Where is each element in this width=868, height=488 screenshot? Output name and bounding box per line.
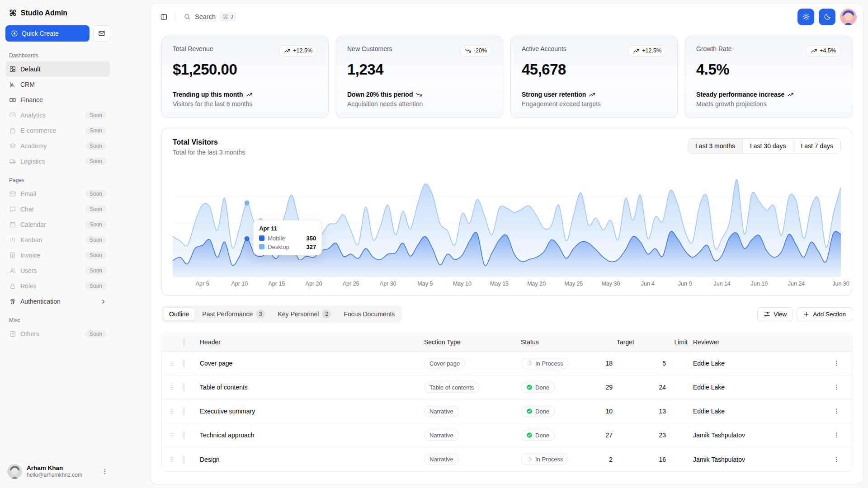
row-menu-button[interactable] — [830, 405, 843, 418]
stat-label: Active Accounts — [522, 45, 566, 52]
mail-icon — [9, 190, 16, 197]
reviewer-name[interactable]: Jamik Tashpulatov — [691, 456, 828, 463]
sidebar-item-calendar[interactable]: CalendarSoon — [5, 217, 110, 232]
app-logo[interactable]: ⌘ Studio Admin — [5, 5, 110, 19]
sidebar-item-analytics[interactable]: AnalyticsSoon — [5, 108, 110, 123]
drag-handle[interactable] — [162, 384, 182, 391]
row-menu-button[interactable] — [830, 381, 843, 394]
tab-focus-documents[interactable]: Focus Documents — [338, 308, 401, 320]
sidebar-item-logistics[interactable]: LogisticsSoon — [5, 154, 110, 169]
limit-value[interactable]: 23 — [638, 432, 691, 439]
trend-up-icon — [246, 91, 253, 98]
view-button[interactable]: View — [757, 307, 793, 321]
tab-label: Outline — [169, 310, 189, 318]
drag-handle[interactable] — [162, 360, 182, 367]
sidebar-item-kanban[interactable]: KanbanSoon — [5, 232, 110, 248]
sidebar-item-academy[interactable]: AcademySoon — [5, 138, 110, 154]
sidebar-toggle-button[interactable] — [157, 10, 170, 23]
tab-past-performance[interactable]: Past Performance3 — [196, 307, 271, 321]
sidebar-user[interactable]: Arham Khan hello@arhamkhnz.com — [5, 461, 110, 482]
profile-avatar[interactable] — [840, 9, 857, 25]
sidebar-item-default[interactable]: Default — [5, 61, 110, 77]
sidebar-item-email[interactable]: EmailSoon — [5, 186, 110, 202]
user-email: hello@arhamkhnz.com — [27, 472, 97, 479]
topbar-divider — [175, 13, 175, 21]
settings-button[interactable] — [797, 9, 814, 25]
limit-value[interactable]: 24 — [638, 384, 691, 391]
sidebar-item-e-commerce[interactable]: E-commerceSoon — [5, 123, 110, 138]
row-header[interactable]: Table of contents — [198, 384, 422, 391]
section-type-badge: Narrative — [424, 406, 459, 417]
sidebar-item-finance[interactable]: Finance — [5, 92, 110, 108]
row-header[interactable]: Design — [198, 456, 422, 463]
sidebar-item-chat[interactable]: ChatSoon — [5, 202, 110, 217]
target-value[interactable]: 10 — [596, 408, 638, 415]
quick-create-button[interactable]: Quick Create — [5, 25, 90, 42]
row-menu-button[interactable] — [830, 357, 843, 370]
reviewer-name[interactable]: Jamik Tashpulatov — [691, 432, 828, 439]
row-header[interactable]: Executive summary — [198, 408, 422, 415]
check-circle-icon — [526, 408, 533, 414]
reviewer-name[interactable]: Eddie Lake — [691, 384, 828, 391]
row-header[interactable]: Cover page — [198, 360, 422, 367]
area-chart[interactable]: Apr 11 Mobile 350 Desktop 327 — [173, 169, 841, 277]
stat-value: 1,234 — [347, 61, 492, 78]
target-value[interactable]: 29 — [596, 384, 638, 391]
inbox-button[interactable] — [93, 25, 110, 42]
drag-handle[interactable] — [162, 432, 182, 439]
sidebar-item-others[interactable]: OthersSoon — [5, 326, 110, 342]
sidebar-item-label: Analytics — [20, 112, 46, 119]
soon-badge: Soon — [85, 111, 107, 119]
row-menu-button[interactable] — [830, 429, 843, 441]
range-last-7-days[interactable]: Last 7 days — [793, 139, 840, 153]
sidebar-item-invoice[interactable]: InvoiceSoon — [5, 248, 110, 263]
sidebar-item-label: Users — [20, 267, 37, 274]
reviewer-name[interactable]: Eddie Lake — [691, 408, 828, 415]
stat-card-new-customers: New Customers -20% 1,234 Down 20% this p… — [336, 36, 503, 118]
x-tick-label: Jun 14 — [713, 281, 731, 287]
select-all-checkbox[interactable] — [184, 338, 184, 346]
series-swatch — [259, 235, 264, 241]
limit-value[interactable]: 5 — [638, 360, 691, 367]
row-checkbox[interactable] — [184, 431, 184, 439]
sidebar-item-crm[interactable]: CRM — [5, 77, 110, 92]
reviewer-name[interactable]: Eddie Lake — [691, 360, 828, 367]
sidebar-item-roles[interactable]: RolesSoon — [5, 278, 110, 294]
target-value[interactable]: 27 — [596, 432, 638, 439]
user-menu-icon[interactable] — [101, 468, 108, 475]
add-section-button[interactable]: Add Section — [797, 307, 852, 321]
limit-value[interactable]: 13 — [638, 408, 691, 415]
series-value: 327 — [307, 244, 316, 250]
soon-badge: Soon — [85, 157, 107, 165]
x-tick-label: Jun 19 — [751, 281, 768, 287]
target-value[interactable]: 2 — [596, 456, 638, 463]
row-checkbox[interactable] — [184, 383, 184, 391]
tab-outline[interactable]: Outline — [163, 307, 195, 321]
range-last-3-months[interactable]: Last 3 months — [688, 139, 742, 153]
x-tick-label: Apr 10 — [231, 281, 248, 287]
row-header[interactable]: Technical approach — [198, 432, 422, 439]
x-tick-label: May 30 — [601, 281, 620, 287]
mail-icon — [98, 30, 105, 37]
search-input[interactable]: Search ⌘ J — [180, 9, 240, 24]
sidebar-item-users[interactable]: UsersSoon — [5, 263, 110, 278]
sidebar-item-authentication[interactable]: Authentication — [5, 294, 110, 309]
sidebar-item-label: CRM — [20, 81, 35, 88]
theme-toggle-button[interactable] — [819, 9, 835, 25]
soon-badge: Soon — [85, 251, 107, 259]
col-section-type: Section Type — [422, 338, 519, 346]
section-tabs-row: OutlinePast Performance3Key Personnel2Fo… — [161, 305, 852, 323]
section-type-badge: Table of contents — [424, 382, 479, 393]
drag-handle[interactable] — [162, 456, 182, 463]
row-checkbox[interactable] — [184, 455, 184, 464]
drag-handle[interactable] — [162, 408, 182, 415]
tab-key-personnel[interactable]: Key Personnel2 — [272, 307, 337, 321]
chart-tooltip: Apr 11 Mobile 350 Desktop 327 — [253, 220, 322, 255]
row-checkbox[interactable] — [184, 359, 184, 367]
search-placeholder: Search — [195, 13, 216, 20]
row-menu-button[interactable] — [830, 453, 843, 466]
range-last-30-days[interactable]: Last 30 days — [742, 139, 793, 153]
target-value[interactable]: 18 — [596, 360, 638, 367]
row-checkbox[interactable] — [184, 407, 184, 415]
limit-value[interactable]: 16 — [638, 456, 691, 463]
